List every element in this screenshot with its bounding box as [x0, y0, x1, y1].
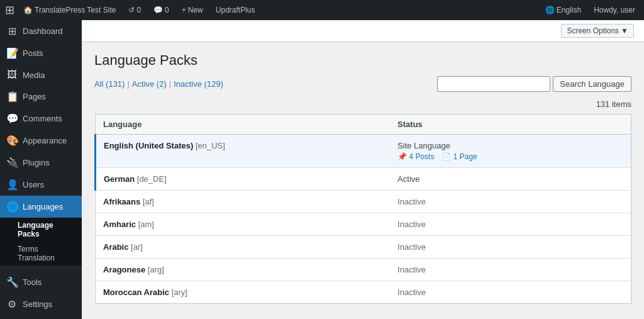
language-name: English (United States) — [104, 141, 193, 150]
languages-icon: 🌐 — [6, 201, 18, 213]
status-cell: Inactive — [390, 191, 631, 213]
sidebar-submenu-languages: Language Packs Terms Translation — [0, 218, 82, 266]
plus-icon: + — [182, 6, 186, 14]
users-icon: 👤 — [6, 179, 18, 191]
table-row[interactable]: Afrikaans [af]Inactive — [96, 191, 631, 213]
admin-bar: ⊞ 🏠 TranslatePress Test Site ↺ 0 💬 0 + N… — [0, 0, 644, 20]
sidebar-item-languages[interactable]: 🌐 Languages — [0, 196, 82, 218]
table-row[interactable]: Arabic [ar]Inactive — [96, 236, 631, 259]
status-badge: Inactive — [397, 242, 426, 252]
sidebar-item-posts[interactable]: 📝 Posts — [0, 42, 82, 64]
updraftplus-link[interactable]: UpdraftPlus — [212, 0, 259, 20]
new-content-button[interactable]: + New — [178, 0, 207, 20]
status-cell: Inactive — [390, 259, 631, 281]
comments-icon: 💬 — [153, 6, 163, 14]
language-cell: Arabic [ar] — [96, 236, 391, 259]
items-count: 131 items — [94, 99, 631, 109]
status-cell: Inactive — [390, 213, 631, 236]
sidebar-item-users[interactable]: 👤 Users — [0, 174, 82, 196]
filter-all-link[interactable]: All (131) — [94, 79, 125, 89]
language-cell: Moroccan Arabic [ary] — [96, 281, 391, 304]
comments-link[interactable]: 💬 0 — [150, 0, 173, 20]
language-name: Afrikaans — [103, 197, 140, 206]
appearance-icon: 🎨 — [6, 135, 18, 147]
dashboard-icon: ⊞ — [6, 25, 18, 37]
status-badge: Inactive — [397, 265, 426, 274]
filter-separator-1: | — [127, 79, 129, 89]
table-row[interactable]: Aragonese [arg]Inactive — [96, 259, 631, 281]
filter-separator-2: | — [169, 79, 171, 89]
sidebar-item-appearance[interactable]: 🎨 Appearance — [0, 130, 82, 152]
sidebar-subitem-terms-translation[interactable]: Terms Translation — [0, 242, 82, 266]
language-name: Amharic — [103, 220, 136, 229]
language-name: Arabic — [103, 242, 128, 252]
language-name: Aragonese — [103, 265, 145, 274]
sidebar: ⊞ Dashboard 📝 Posts 🖼 Media 📋 Pages 💬 Co… — [0, 20, 82, 319]
search-language-button[interactable]: Search Language — [553, 76, 631, 92]
language-name: German — [104, 174, 135, 184]
posts-icon: 📝 — [6, 47, 18, 59]
table-row[interactable]: English (United States) [en_US]Site Lang… — [96, 135, 631, 168]
sidebar-item-comments[interactable]: 💬 Comments — [0, 108, 82, 130]
settings-icon: ⚙ — [6, 298, 18, 310]
status-cell: Site Language 📌 4 Posts 📄 1 Page — [390, 135, 631, 168]
sidebar-item-tools[interactable]: 🔧 Tools — [0, 271, 82, 293]
site-name[interactable]: 🏠 TranslatePress Test Site — [19, 0, 119, 20]
language-code: [arg] — [148, 265, 164, 274]
user-menu[interactable]: Howdy, user — [590, 0, 639, 20]
language-code: [de_DE] — [137, 174, 167, 184]
content-area: Screen Options ▼ Language Packs All (131… — [82, 20, 644, 319]
status-cell: Inactive — [390, 236, 631, 259]
language-cell: Afrikaans [af] — [96, 191, 391, 213]
language-name: Moroccan Arabic — [103, 288, 169, 297]
screen-options-bar: Screen Options ▼ — [82, 20, 644, 42]
table-row[interactable]: Amharic [am]Inactive — [96, 213, 631, 236]
language-code: [ary] — [172, 288, 187, 297]
language-code: [en_US] — [196, 141, 225, 150]
status-badge: Inactive — [397, 220, 426, 229]
posts-link[interactable]: 📌 4 Posts — [397, 152, 434, 161]
search-input[interactable] — [437, 76, 550, 92]
customize-link[interactable]: ↺ 0 — [125, 0, 145, 20]
language-table: Language Status English (United States) … — [94, 114, 631, 304]
media-icon: 🖼 — [6, 69, 18, 81]
language-cell: English (United States) [en_US] — [96, 135, 391, 168]
language-code: [am] — [138, 220, 154, 229]
language-cell: German [de_DE] — [96, 168, 391, 191]
status-badge: Site Language — [397, 141, 450, 150]
status-badge: Inactive — [397, 288, 426, 297]
comments-icon: 💬 — [6, 113, 18, 125]
sidebar-item-dashboard[interactable]: ⊞ Dashboard — [0, 20, 82, 42]
sidebar-item-media[interactable]: 🖼 Media — [0, 64, 82, 86]
table-row[interactable]: German [de_DE]Active — [96, 168, 631, 191]
language-code: [ar] — [131, 242, 143, 252]
filter-active-link[interactable]: Active (2) — [132, 79, 167, 89]
screen-options-button[interactable]: Screen Options ▼ — [561, 24, 634, 38]
sidebar-item-plugins[interactable]: 🔌 Plugins — [0, 152, 82, 174]
pages-link[interactable]: 📄 1 Page — [441, 152, 477, 161]
plugins-icon: 🔌 — [6, 157, 18, 169]
language-cell: Amharic [am] — [96, 213, 391, 236]
search-area: Search Language — [437, 76, 631, 92]
language-selector[interactable]: 🌐 English — [541, 0, 585, 20]
page-title: Language Packs — [94, 52, 631, 69]
table-row[interactable]: Moroccan Arabic [ary]Inactive — [96, 281, 631, 304]
language-code: [af] — [143, 197, 154, 206]
language-cell: Aragonese [arg] — [96, 259, 391, 281]
language-icon: 🌐 — [545, 6, 555, 14]
wp-logo-icon: ⊞ — [5, 3, 14, 17]
sidebar-subitem-language-packs[interactable]: Language Packs — [0, 218, 82, 242]
status-cell: Active — [390, 168, 631, 191]
sidebar-item-settings[interactable]: ⚙ Settings — [0, 293, 82, 315]
pages-icon: 📋 — [6, 91, 18, 103]
sidebar-item-pages[interactable]: 📋 Pages — [0, 86, 82, 108]
filter-inactive-link[interactable]: Inactive (129) — [174, 79, 223, 89]
site-language-meta: 📌 4 Posts 📄 1 Page — [397, 152, 623, 161]
sidebar-divider — [0, 268, 82, 269]
column-header-status: Status — [390, 115, 631, 135]
page-content: Language Packs All (131) | Active (2) | … — [82, 42, 644, 314]
status-badge: Inactive — [397, 197, 426, 206]
sidebar-item-collapse[interactable]: ◀ Collapse menu — [0, 315, 82, 319]
customize-icon: ↺ — [128, 6, 135, 14]
status-badge: Active — [397, 174, 419, 184]
